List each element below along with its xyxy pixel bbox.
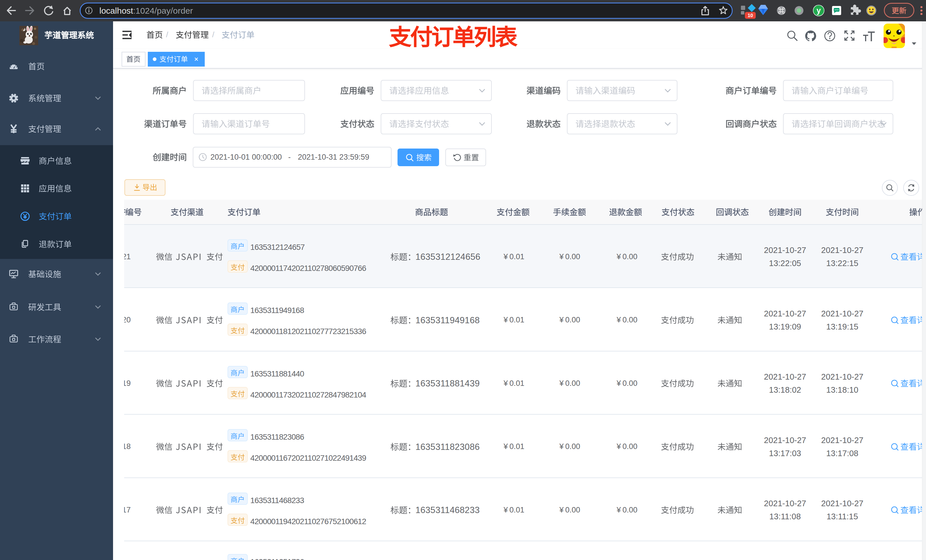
svg-text:y: y bbox=[816, 6, 821, 15]
svg-text:10: 10 bbox=[748, 13, 753, 18]
